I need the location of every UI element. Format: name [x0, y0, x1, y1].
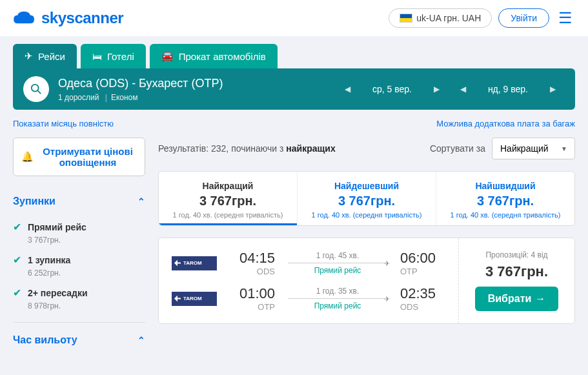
airline-logo: TAROM — [172, 256, 217, 270]
filter-departure-header[interactable]: Час вильоту ⌃ — [13, 334, 145, 352]
locale-button[interactable]: uk-UA грн. UAH — [389, 8, 492, 28]
pax-text: 1 дорослий|Економ — [58, 93, 336, 102]
leg-middle: 1 год. 45 хв. Прямий рейс — [288, 251, 387, 275]
summary-duration: 1 год. 40 хв. (середня тривалість) — [164, 211, 292, 219]
filter-stops-header[interactable]: Зупинки ⌃ — [13, 196, 145, 213]
info-links: Показати місяць повністю Можлива додатко… — [0, 110, 588, 137]
arrival-time: 06:00 — [400, 250, 445, 267]
divider — [13, 322, 145, 323]
filter-stops-items: ✔ Прямий рейс 3 767грн. ✔ 1 зупинка 6 25… — [13, 222, 145, 310]
alert-button-label: Отримувати цінові оповіщення — [39, 146, 137, 168]
plane-icon: ✈ — [25, 50, 33, 62]
sort-label: Сортувати за — [430, 143, 485, 154]
route-text: Одеса (ODS) - Бухарест (OTP) — [58, 77, 336, 90]
summary-tabs: Найкращий 3 767грн. 1 год. 40 хв. (серед… — [158, 171, 575, 226]
filter-title: Час вильоту — [13, 334, 77, 346]
departure-block: 04:15 ODS — [230, 250, 275, 276]
summary-price: 3 767грн. — [164, 194, 292, 208]
tab-hotels[interactable]: 🛏 Готелі — [81, 44, 146, 68]
sort-controls: Сортувати за Найкращий — [430, 137, 575, 159]
departure-time: 04:15 — [230, 250, 275, 267]
next-day-return[interactable]: ▶ — [541, 81, 565, 97]
logo-text: skyscanner — [41, 9, 123, 27]
select-flight-button[interactable]: Вибрати → — [475, 287, 559, 311]
return-date[interactable]: нд, 9 вер. — [475, 84, 541, 94]
tab-label: Готелі — [107, 51, 134, 62]
results-count: Результатів: 232, починаючи з найкращих — [158, 143, 336, 154]
flight-price: 3 767грн. — [485, 263, 548, 280]
filters-sidebar: 🔔 Отримувати цінові оповіщення Зупинки ⌃… — [13, 137, 145, 352]
search-bar: Одеса (ODS) - Бухарест (OTP) 1 дорослий|… — [13, 68, 575, 110]
search-icon — [30, 83, 42, 95]
leg-duration: 1 год. 45 хв. — [288, 251, 387, 260]
hamburger-menu-icon[interactable]: ☰ — [556, 6, 575, 30]
summary-price: 3 767грн. — [303, 194, 431, 208]
tab-label: Рейси — [38, 51, 65, 62]
svg-point-0 — [32, 85, 39, 92]
return-leg: TAROM 01:00 OTP 1 год. 35 хв. Прямий рей… — [172, 285, 445, 312]
baggage-fee-link[interactable]: Можлива додаткова плата за багаж — [436, 119, 575, 128]
checkbox-checked-icon: ✔ — [13, 255, 21, 278]
date-navigation: ◀ ср, 5 вер. ▶ ◀ нд, 9 вер. ▶ — [336, 81, 565, 97]
select-label: Вибрати — [488, 293, 532, 305]
filter-item-label: Прямий рейс — [28, 222, 86, 232]
prev-day-outbound[interactable]: ◀ — [336, 81, 360, 97]
next-day-outbound[interactable]: ▶ — [425, 81, 449, 97]
arrival-airport: ODS — [400, 302, 445, 312]
svg-line-1 — [38, 91, 41, 94]
skyscanner-logo-icon — [13, 10, 37, 26]
flag-ukraine-icon — [400, 14, 412, 23]
main-content: 🔔 Отримувати цінові оповіщення Зупинки ⌃… — [0, 137, 588, 365]
leg-middle: 1 год. 35 хв. Прямий рейс — [288, 287, 387, 310]
flight-legs: TAROM 04:15 ODS 1 год. 45 хв. Прямий рей… — [159, 238, 458, 323]
sort-select-wrap: Найкращий — [492, 137, 575, 159]
departure-airport: ODS — [230, 267, 275, 276]
leg-duration: 1 год. 35 хв. — [288, 287, 387, 296]
header: skyscanner uk-UA грн. UAH Увійти ☰ — [0, 0, 588, 36]
prev-day-return[interactable]: ◀ — [451, 81, 475, 97]
outbound-leg: TAROM 04:15 ODS 1 год. 45 хв. Прямий рей… — [172, 250, 445, 276]
flight-price-block: Пропозицій: 4 від 3 767грн. Вибрати → — [458, 238, 574, 323]
arrow-right-icon: → — [535, 293, 545, 305]
flight-line-icon — [288, 298, 387, 299]
price-alerts-button[interactable]: 🔔 Отримувати цінові оповіщення — [13, 137, 145, 176]
departure-block: 01:00 OTP — [230, 285, 275, 312]
sort-select[interactable]: Найкращий — [492, 137, 575, 159]
product-tabs: ✈ Рейси 🛏 Готелі 🚘 Прокат автомобілів — [13, 44, 575, 68]
search-summary[interactable]: Одеса (ODS) - Бухарест (OTP) 1 дорослий|… — [58, 77, 336, 102]
tab-car-rental[interactable]: 🚘 Прокат автомобілів — [150, 44, 278, 68]
filter-item-2plus-stops[interactable]: ✔ 2+ пересадки 8 978грн. — [13, 288, 145, 310]
arrival-time: 02:35 — [400, 285, 445, 302]
locale-text: uk-UA грн. UAH — [416, 13, 481, 23]
chevron-up-icon: ⌃ — [137, 196, 145, 207]
summary-duration: 1 год. 40 хв. (середня тривалість) — [303, 211, 431, 219]
departure-time: 01:00 — [230, 285, 275, 302]
airline-logo: TAROM — [172, 292, 217, 306]
summary-fastest[interactable]: Найшвидший 3 767грн. 1 год. 40 хв. (сере… — [436, 172, 574, 225]
summary-cheapest[interactable]: Найдешевший 3 767грн. 1 год. 40 хв. (сер… — [298, 172, 436, 225]
checkbox-checked-icon: ✔ — [13, 288, 21, 310]
search-area: ✈ Рейси 🛏 Готелі 🚘 Прокат автомобілів Од… — [0, 44, 588, 110]
summary-title: Найкращий — [164, 181, 292, 191]
filter-item-price: 8 978грн. — [28, 301, 61, 310]
filter-item-price: 3 767грн. — [28, 236, 61, 245]
flight-line-icon — [288, 263, 387, 263]
summary-title: Найдешевший — [303, 181, 431, 191]
bell-icon: 🔔 — [21, 151, 34, 163]
arrival-block: 02:35 ODS — [400, 285, 445, 312]
outbound-date[interactable]: ср, 5 вер. — [360, 84, 425, 94]
filter-item-direct[interactable]: ✔ Прямий рейс 3 767грн. — [13, 222, 145, 245]
header-actions: uk-UA грн. UAH Увійти ☰ — [389, 6, 575, 30]
filter-item-label: 2+ пересадки — [28, 288, 88, 298]
filter-item-1-stop[interactable]: ✔ 1 зупинка 6 252грн. — [13, 255, 145, 278]
arrival-airport: OTP — [400, 267, 445, 276]
summary-best[interactable]: Найкращий 3 767грн. 1 год. 40 хв. (серед… — [159, 172, 298, 225]
checkbox-checked-icon: ✔ — [13, 222, 21, 245]
tab-flights[interactable]: ✈ Рейси — [13, 44, 77, 68]
filter-departure-time: Час вильоту ⌃ — [13, 334, 145, 352]
show-month-link[interactable]: Показати місяць повністю — [13, 119, 114, 128]
logo[interactable]: skyscanner — [13, 9, 123, 27]
search-icon-button[interactable] — [23, 76, 49, 102]
tab-label: Прокат автомобілів — [179, 51, 266, 62]
login-button[interactable]: Увійти — [498, 8, 549, 28]
